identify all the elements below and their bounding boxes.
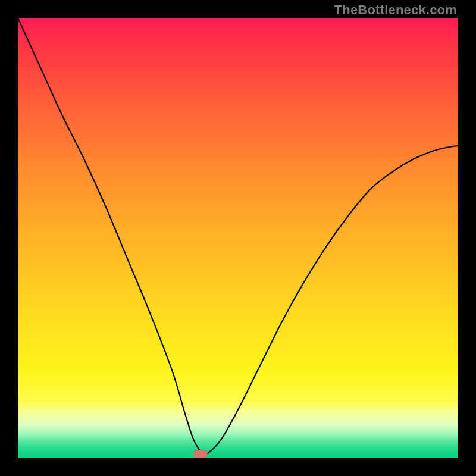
plot-area — [18, 18, 458, 458]
optimum-marker — [193, 450, 208, 458]
bottleneck-curve-path — [18, 18, 458, 456]
watermark-label: TheBottleneck.com — [334, 2, 457, 18]
chart-frame: TheBottleneck.com — [0, 0, 476, 476]
curve-svg — [18, 18, 458, 458]
